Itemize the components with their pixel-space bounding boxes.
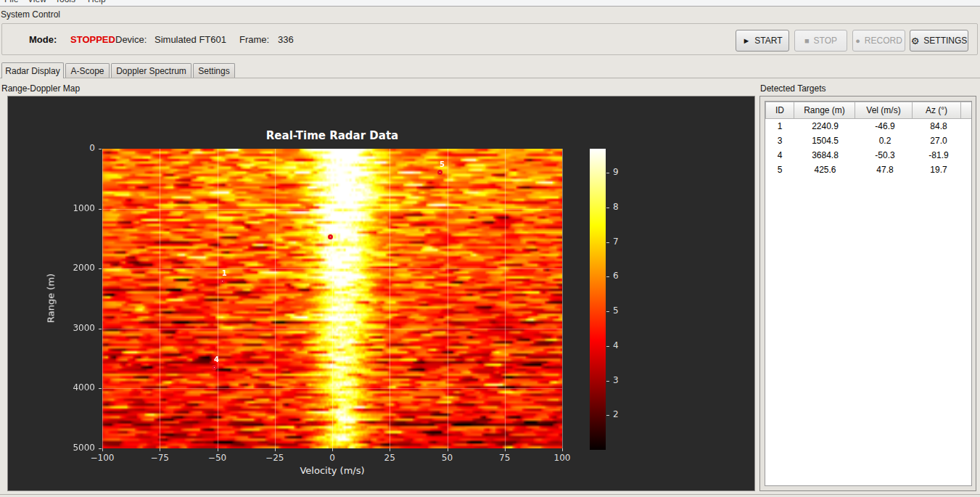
record-button: ● RECORD [852,30,905,52]
table-body: 12240.9-46.984.831504.50.227.043684.8-50… [765,119,971,177]
record-button-label: RECORD [865,36,902,46]
play-icon: ► [742,37,750,45]
x-tick-label: −75 [138,453,181,463]
x-axis-label: Velocity (m/s) [102,465,562,476]
x-gridline [390,149,390,448]
table-row[interactable]: 5425.647.819.7 [765,163,971,177]
x-tick-label: −50 [196,453,239,463]
table-cell: 2240.9 [794,119,856,134]
target-marker[interactable] [437,170,442,175]
target-id-label: 5 [435,160,450,168]
stop-button: ■ STOP [794,30,847,52]
x-tick [218,448,218,451]
column-header-vel-m-s[interactable]: Vel (m/s) [855,102,913,119]
table-cell: 4 [765,148,794,163]
column-header-range-m[interactable]: Range (m) [794,102,855,119]
y-tick [99,149,102,149]
detected-targets-label: Detected Targets [760,83,826,94]
device-label: Device: [115,34,147,45]
y-tick-label: 5000 [44,443,95,453]
y-gridline [102,329,562,329]
colorbar-tick [606,276,609,277]
y-gridline [102,388,562,389]
column-header-filler [960,102,972,119]
colorbar-tick-label: 9 [613,167,619,177]
target-marker[interactable] [328,234,333,239]
target-id-label: 3 [326,225,340,233]
target-id-label: 1 [217,269,231,277]
system-control-title: System Control [1,9,60,20]
menu-view[interactable]: View [28,0,46,4]
table-cell: 1504.5 [794,134,856,148]
start-button-label: START [754,36,782,46]
colorbar-tick-label: 5 [613,305,619,316]
stop-icon: ■ [804,37,810,45]
table-cell: -50.3 [856,148,914,163]
table-cell: 425.6 [794,163,856,177]
column-header-id[interactable]: ID [765,102,794,119]
colorbar-tick-label: 3 [613,375,619,385]
y-tick [99,448,102,449]
x-tick-label: −100 [81,453,124,463]
table-cell: 5 [765,163,794,177]
x-tick [160,448,160,451]
table-row[interactable]: 43684.8-50.3-81.9 [765,148,971,163]
stop-button-label: STOP [814,36,837,46]
colorbar-tick [606,208,609,208]
menu-file[interactable]: File [4,0,18,4]
record-icon: ● [855,37,860,45]
x-gridline [562,149,563,448]
colorbar-tick [606,242,609,243]
y-tick [99,388,102,389]
colorbar-tick [606,346,609,347]
x-tick-label: 75 [483,453,527,463]
x-gridline [160,149,160,448]
x-tick [562,448,563,451]
x-gridline [505,149,506,448]
frame-value: 336 [278,34,294,45]
menu-help[interactable]: Help [88,0,106,4]
table-cell: 3684.8 [794,148,856,163]
tab-settings[interactable]: Settings [193,63,235,78]
menu-tools[interactable]: Tools [55,0,75,4]
settings-button[interactable]: ⚙ SETTINGS [910,30,968,52]
x-tick-label: 50 [426,453,469,463]
x-tick [505,448,506,451]
table-row[interactable]: 31504.50.227.0 [765,134,971,148]
table-header-row: IDRange (m)Vel (m/s)Az (°) [765,102,971,119]
detected-targets-panel: IDRange (m)Vel (m/s)Az (°) 12240.9-46.98… [759,96,976,491]
table-cell: 3 [765,134,794,148]
column-header-az[interactable]: Az (°) [912,102,961,119]
table-cell: 27.0 [914,134,963,148]
colorbar-tick [606,381,609,382]
radar-app-window: File View Tools Help System Control Mode… [0,0,980,497]
y-tick [99,268,102,269]
x-gridline [332,149,333,448]
start-button[interactable]: ► START [736,30,789,52]
table-row[interactable]: 12240.9-46.984.8 [765,119,971,134]
x-tick [390,448,390,451]
tab-doppler-spectrum[interactable]: Doppler Spectrum [111,63,192,78]
gear-icon: ⚙ [911,36,920,46]
detected-targets-table[interactable]: IDRange (m)Vel (m/s)Az (°) 12240.9-46.98… [765,101,972,486]
tab-a-scope[interactable]: A-Scope [65,63,110,78]
target-marker[interactable] [212,365,217,370]
range-doppler-map-label: Range-Doppler Map [1,83,80,94]
target-marker[interactable] [220,279,225,284]
table-cell: 19.7 [914,163,963,177]
colorbar-tick-label: 6 [613,271,619,281]
device-value: Simulated FT601 [155,34,226,45]
x-gridline [275,149,276,448]
colorbar-tick [606,173,609,173]
x-tick-label: 100 [540,453,584,463]
tab-radar-display[interactable]: Radar Display [1,62,64,78]
y-tick-label: 0 [44,143,95,153]
mode-value: STOPPED [70,34,115,45]
colorbar [590,149,606,450]
menu-bar: File View Tools Help [0,0,980,7]
colorbar-tick-label: 8 [613,202,619,212]
y-tick-label: 4000 [44,382,95,393]
table-cell: 1 [765,119,794,134]
y-tick-label: 2000 [44,263,95,273]
y-gridline [102,268,562,269]
